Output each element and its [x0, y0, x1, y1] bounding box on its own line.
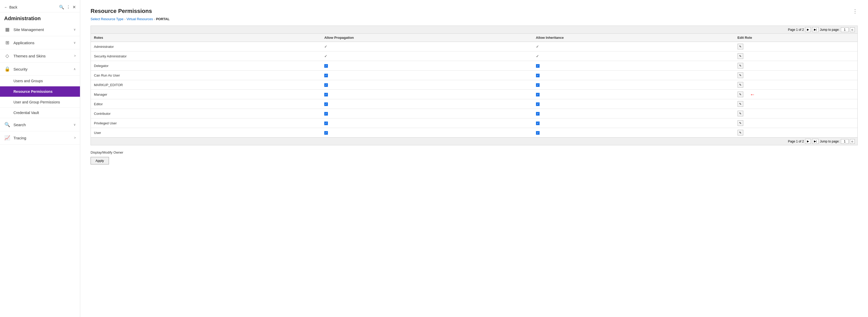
checkbox-propagation[interactable] — [324, 112, 328, 115]
breadcrumb-virtual-resources[interactable]: Virtual Resources — [127, 17, 153, 21]
allow-propagation-cell[interactable] — [321, 80, 533, 90]
breadcrumb-separator: › — [124, 17, 125, 21]
allow-propagation-cell[interactable] — [321, 71, 533, 80]
edit-role-button[interactable]: ✎ — [738, 101, 743, 107]
jump-input-top[interactable] — [841, 27, 848, 32]
sidebar-item-security[interactable]: 🔒 Security ∧ — [0, 63, 80, 76]
edit-role-button[interactable]: ✎ — [738, 44, 743, 49]
export-button-top[interactable]: ⎋ — [850, 27, 855, 32]
edit-role-button[interactable]: ✎ — [738, 92, 743, 97]
checkbox-inheritance[interactable] — [536, 83, 539, 87]
allow-propagation-cell[interactable] — [321, 109, 533, 118]
allow-propagation-cell[interactable] — [321, 90, 533, 99]
sidebar-item-label: Themes and Skins — [13, 54, 45, 58]
edit-role-cell[interactable]: ✎ — [735, 61, 858, 71]
page-info-bottom: Page 1 of 2 — [788, 140, 804, 143]
allow-propagation-cell[interactable]: ✓ — [321, 42, 533, 51]
allow-inheritance-cell[interactable] — [533, 118, 735, 128]
checkbox-inheritance[interactable] — [536, 93, 539, 97]
table-row: Can Run As User✎ — [91, 71, 858, 80]
edit-role-button[interactable]: ✎ — [738, 130, 743, 136]
checkbox-inheritance[interactable] — [536, 112, 539, 115]
edit-role-button[interactable]: ✎ — [738, 120, 743, 126]
sub-item-label: User and Group Permissions — [13, 100, 60, 104]
role-name: MARKUP_EDITOR — [91, 80, 321, 90]
checkmark-icon: ✓ — [324, 54, 328, 58]
edit-role-cell[interactable]: ✎ — [735, 80, 858, 90]
jump-label-top: Jump to page: — [820, 28, 840, 32]
edit-role-button[interactable]: ✎ — [738, 63, 743, 69]
sidebar-item-users-groups[interactable]: Users and Groups — [0, 76, 80, 86]
allow-propagation-cell[interactable]: ✓ — [321, 51, 533, 61]
checkbox-propagation[interactable] — [324, 83, 328, 87]
allow-propagation-cell[interactable] — [321, 61, 533, 71]
allow-inheritance-cell[interactable] — [533, 71, 735, 80]
allow-propagation-cell[interactable] — [321, 99, 533, 109]
edit-role-cell[interactable]: ✎ — [735, 51, 858, 61]
allow-inheritance-cell[interactable] — [533, 61, 735, 71]
edit-role-button[interactable]: ✎ — [738, 53, 743, 59]
checkbox-inheritance[interactable] — [536, 102, 539, 106]
checkbox-propagation[interactable] — [324, 64, 328, 68]
breadcrumb-select-resource[interactable]: Select Resource Type — [91, 17, 123, 21]
checkbox-propagation[interactable] — [324, 102, 328, 106]
edit-role-cell[interactable]: ✎ — [735, 128, 858, 138]
table-row: Editor✎ — [91, 99, 858, 109]
allow-propagation-cell[interactable] — [321, 128, 533, 138]
checkbox-inheritance[interactable] — [536, 131, 539, 135]
edit-role-cell[interactable]: ✎ — [735, 71, 858, 80]
checkbox-inheritance[interactable] — [536, 64, 539, 68]
checkbox-propagation[interactable] — [324, 93, 328, 97]
sidebar-item-user-group-permissions[interactable]: User and Group Permissions — [0, 97, 80, 108]
allow-inheritance-cell[interactable] — [533, 109, 735, 118]
allow-inheritance-cell[interactable] — [533, 99, 735, 109]
breadcrumb-current: PORTAL — [156, 17, 169, 21]
checkbox-inheritance[interactable] — [536, 121, 539, 125]
applications-icon: ⊞ — [4, 40, 10, 45]
col-allow-inheritance: Allow Inheritance — [533, 34, 735, 42]
allow-inheritance-cell[interactable] — [533, 80, 735, 90]
edit-role-button[interactable]: ✎ — [738, 111, 743, 116]
more-options-icon[interactable]: ⋮ — [852, 8, 858, 14]
sidebar-item-applications[interactable]: ⊞ Applications ∨ — [0, 36, 80, 49]
sidebar-item-search[interactable]: 🔍 Search ∨ — [0, 118, 80, 131]
export-button-bottom[interactable]: ⎋ — [850, 139, 855, 144]
search-nav-icon: 🔍 — [4, 122, 10, 128]
allow-inheritance-cell[interactable] — [533, 128, 735, 138]
edit-role-cell[interactable]: ✎ — [735, 99, 858, 109]
last-page-button[interactable]: ▶| — [812, 27, 818, 32]
search-icon[interactable]: 🔍 — [59, 5, 64, 9]
checkbox-inheritance[interactable] — [536, 74, 539, 77]
edit-role-cell[interactable]: ✎← — [735, 90, 858, 99]
last-page-button-bottom[interactable]: ▶| — [812, 139, 818, 144]
breadcrumb: Select Resource Type › Virtual Resources… — [91, 17, 858, 21]
jump-input-bottom[interactable] — [841, 139, 848, 144]
security-icon: 🔒 — [4, 66, 10, 72]
apply-button[interactable]: Apply — [91, 157, 109, 165]
allow-inheritance-cell[interactable] — [533, 90, 735, 99]
sidebar-item-themes-skins[interactable]: ◇ Themes and Skins > — [0, 49, 80, 63]
allow-propagation-cell[interactable] — [321, 118, 533, 128]
allow-inheritance-cell[interactable]: ✓ — [533, 51, 735, 61]
edit-role-cell[interactable]: ✎ — [735, 109, 858, 118]
edit-role-button[interactable]: ✎ — [738, 82, 743, 87]
next-page-button-bottom[interactable]: ▶ — [805, 139, 811, 144]
next-page-button[interactable]: ▶ — [805, 27, 811, 32]
edit-role-button[interactable]: ✎ — [738, 72, 743, 78]
sidebar-item-resource-permissions[interactable]: Resource Permissions — [0, 86, 80, 97]
checkbox-propagation[interactable] — [324, 121, 328, 125]
more-options-icon[interactable]: ⋮ — [66, 5, 70, 9]
chevron-down-icon: ∨ — [73, 123, 76, 127]
col-roles: Roles — [91, 34, 321, 42]
edit-role-cell[interactable]: ✎ — [735, 42, 858, 51]
checkbox-propagation[interactable] — [324, 131, 328, 135]
sidebar-item-site-management[interactable]: ▦ Site Management ∨ — [0, 23, 80, 36]
close-icon[interactable]: ✕ — [72, 5, 76, 9]
sidebar-item-credential-vault[interactable]: Credential Vault — [0, 108, 80, 118]
allow-inheritance-cell[interactable]: ✓ — [533, 42, 735, 51]
checkbox-propagation[interactable] — [324, 74, 328, 77]
edit-role-cell[interactable]: ✎ — [735, 118, 858, 128]
sidebar-item-tracing[interactable]: 📈 Tracing > — [0, 131, 80, 145]
back-button[interactable]: ← Back — [4, 5, 17, 9]
sub-item-label: Credential Vault — [13, 111, 39, 115]
